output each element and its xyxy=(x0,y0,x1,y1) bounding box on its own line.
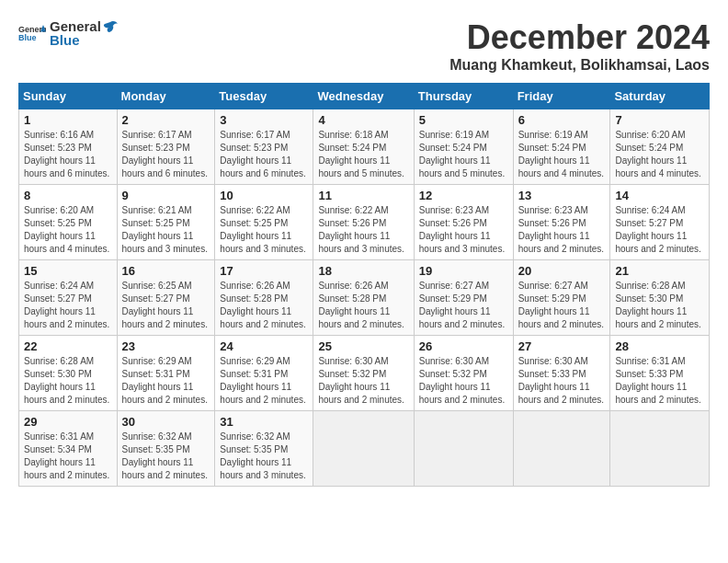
day-number: 24 xyxy=(220,339,308,353)
day-number: 14 xyxy=(615,189,704,202)
day-number: 8 xyxy=(24,189,112,202)
calendar-day-cell: 29 Sunrise: 6:31 AM Sunset: 5:34 PM Dayl… xyxy=(19,411,118,487)
day-info: Sunrise: 6:21 AM Sunset: 5:25 PM Dayligh… xyxy=(122,204,210,256)
day-info: Sunrise: 6:23 AM Sunset: 5:26 PM Dayligh… xyxy=(518,204,606,256)
calendar-day-cell: 3 Sunrise: 6:17 AM Sunset: 5:23 PM Dayli… xyxy=(215,109,313,185)
day-info: Sunrise: 6:18 AM Sunset: 5:24 PM Dayligh… xyxy=(318,129,408,180)
day-info: Sunrise: 6:29 AM Sunset: 5:31 PM Dayligh… xyxy=(220,355,308,407)
day-info: Sunrise: 6:30 AM Sunset: 5:33 PM Dayligh… xyxy=(518,355,606,407)
calendar-day-cell: 5 Sunrise: 6:19 AM Sunset: 5:24 PM Dayli… xyxy=(414,109,513,185)
day-number: 22 xyxy=(24,339,112,353)
day-info: Sunrise: 6:31 AM Sunset: 5:33 PM Dayligh… xyxy=(615,355,704,407)
calendar-day-cell: 22 Sunrise: 6:28 AM Sunset: 5:30 PM Dayl… xyxy=(19,336,118,411)
title-section: December 2024 Muang Khamkeut, Bolikhamsa… xyxy=(449,18,710,74)
calendar-day-cell: 23 Sunrise: 6:29 AM Sunset: 5:31 PM Dayl… xyxy=(117,336,215,411)
calendar-day-cell: 4 Sunrise: 6:18 AM Sunset: 5:24 PM Dayli… xyxy=(313,109,414,185)
day-number: 29 xyxy=(24,415,112,429)
header-monday: Monday xyxy=(117,84,215,109)
calendar-day-cell: 19 Sunrise: 6:27 AM Sunset: 5:29 PM Dayl… xyxy=(414,260,513,336)
calendar-header-row: Sunday Monday Tuesday Wednesday Thursday… xyxy=(19,84,710,109)
calendar-week-row: 22 Sunrise: 6:28 AM Sunset: 5:30 PM Dayl… xyxy=(19,336,710,411)
day-info: Sunrise: 6:23 AM Sunset: 5:26 PM Dayligh… xyxy=(419,204,508,256)
calendar-day-cell: 7 Sunrise: 6:20 AM Sunset: 5:24 PM Dayli… xyxy=(610,109,710,185)
calendar-day-cell: 11 Sunrise: 6:22 AM Sunset: 5:26 PM Dayl… xyxy=(313,185,414,260)
day-info: Sunrise: 6:17 AM Sunset: 5:23 PM Dayligh… xyxy=(220,129,308,180)
day-number: 17 xyxy=(220,264,308,278)
day-info: Sunrise: 6:24 AM Sunset: 5:27 PM Dayligh… xyxy=(24,280,112,331)
day-info: Sunrise: 6:26 AM Sunset: 5:28 PM Dayligh… xyxy=(318,280,408,331)
calendar-day-cell: 27 Sunrise: 6:30 AM Sunset: 5:33 PM Dayl… xyxy=(513,336,610,411)
day-info: Sunrise: 6:27 AM Sunset: 5:29 PM Dayligh… xyxy=(419,280,508,331)
day-info: Sunrise: 6:20 AM Sunset: 5:24 PM Dayligh… xyxy=(615,129,704,180)
calendar-day-cell: 28 Sunrise: 6:31 AM Sunset: 5:33 PM Dayl… xyxy=(610,336,710,411)
day-number: 13 xyxy=(518,189,606,202)
day-info: Sunrise: 6:31 AM Sunset: 5:34 PM Dayligh… xyxy=(24,431,112,482)
calendar-day-cell: 17 Sunrise: 6:26 AM Sunset: 5:28 PM Dayl… xyxy=(215,260,313,336)
calendar-day-cell: 30 Sunrise: 6:32 AM Sunset: 5:35 PM Dayl… xyxy=(117,411,215,487)
day-info: Sunrise: 6:30 AM Sunset: 5:32 PM Dayligh… xyxy=(318,355,408,407)
day-number: 31 xyxy=(220,415,308,429)
calendar-day-cell: 1 Sunrise: 6:16 AM Sunset: 5:23 PM Dayli… xyxy=(19,109,118,185)
calendar-day-cell: 24 Sunrise: 6:29 AM Sunset: 5:31 PM Dayl… xyxy=(215,336,313,411)
calendar-week-row: 8 Sunrise: 6:20 AM Sunset: 5:25 PM Dayli… xyxy=(19,185,710,260)
day-info: Sunrise: 6:24 AM Sunset: 5:27 PM Dayligh… xyxy=(615,204,704,256)
day-number: 11 xyxy=(318,189,408,202)
day-number: 18 xyxy=(318,264,408,278)
day-number: 3 xyxy=(220,113,308,127)
day-info: Sunrise: 6:26 AM Sunset: 5:28 PM Dayligh… xyxy=(220,280,308,331)
header-wednesday: Wednesday xyxy=(313,84,414,109)
calendar-day-cell: 13 Sunrise: 6:23 AM Sunset: 5:26 PM Dayl… xyxy=(513,185,610,260)
day-info: Sunrise: 6:27 AM Sunset: 5:29 PM Dayligh… xyxy=(518,280,606,331)
day-number: 19 xyxy=(419,264,508,278)
day-info: Sunrise: 6:20 AM Sunset: 5:25 PM Dayligh… xyxy=(24,204,112,256)
calendar-day-cell: 9 Sunrise: 6:21 AM Sunset: 5:25 PM Dayli… xyxy=(117,185,215,260)
calendar-day-cell xyxy=(414,411,513,487)
day-number: 16 xyxy=(122,264,210,278)
day-info: Sunrise: 6:32 AM Sunset: 5:35 PM Dayligh… xyxy=(220,431,308,482)
calendar-day-cell xyxy=(610,411,710,487)
day-info: Sunrise: 6:22 AM Sunset: 5:26 PM Dayligh… xyxy=(318,204,408,256)
calendar-day-cell: 16 Sunrise: 6:25 AM Sunset: 5:27 PM Dayl… xyxy=(117,260,215,336)
calendar-day-cell: 15 Sunrise: 6:24 AM Sunset: 5:27 PM Dayl… xyxy=(19,260,118,336)
day-number: 5 xyxy=(419,113,508,127)
day-info: Sunrise: 6:28 AM Sunset: 5:30 PM Dayligh… xyxy=(24,355,112,407)
day-number: 1 xyxy=(24,113,112,127)
calendar-day-cell: 2 Sunrise: 6:17 AM Sunset: 5:23 PM Dayli… xyxy=(117,109,215,185)
calendar-day-cell: 18 Sunrise: 6:26 AM Sunset: 5:28 PM Dayl… xyxy=(313,260,414,336)
day-number: 23 xyxy=(122,339,210,353)
calendar-week-row: 15 Sunrise: 6:24 AM Sunset: 5:27 PM Dayl… xyxy=(19,260,710,336)
header-sunday: Sunday xyxy=(19,84,118,109)
calendar-day-cell: 10 Sunrise: 6:22 AM Sunset: 5:25 PM Dayl… xyxy=(215,185,313,260)
day-info: Sunrise: 6:16 AM Sunset: 5:23 PM Dayligh… xyxy=(24,129,112,180)
day-number: 25 xyxy=(318,339,408,353)
logo: General Blue General Blue xyxy=(18,18,119,48)
month-title: December 2024 xyxy=(449,18,710,57)
day-number: 2 xyxy=(122,113,210,127)
logo-blue: Blue xyxy=(50,32,119,48)
header-thursday: Thursday xyxy=(414,84,513,109)
day-number: 12 xyxy=(419,189,508,202)
calendar-day-cell xyxy=(313,411,414,487)
day-number: 15 xyxy=(24,264,112,278)
location-title: Muang Khamkeut, Bolikhamsai, Laos xyxy=(449,57,710,74)
page-header: General Blue General Blue December 2024 … xyxy=(18,18,710,74)
calendar-day-cell: 14 Sunrise: 6:24 AM Sunset: 5:27 PM Dayl… xyxy=(610,185,710,260)
day-info: Sunrise: 6:28 AM Sunset: 5:30 PM Dayligh… xyxy=(615,280,704,331)
calendar-day-cell: 8 Sunrise: 6:20 AM Sunset: 5:25 PM Dayli… xyxy=(19,185,118,260)
calendar-day-cell: 31 Sunrise: 6:32 AM Sunset: 5:35 PM Dayl… xyxy=(215,411,313,487)
calendar-day-cell: 21 Sunrise: 6:28 AM Sunset: 5:30 PM Dayl… xyxy=(610,260,710,336)
day-number: 21 xyxy=(615,264,704,278)
calendar-table: Sunday Monday Tuesday Wednesday Thursday… xyxy=(18,83,710,487)
calendar-week-row: 29 Sunrise: 6:31 AM Sunset: 5:34 PM Dayl… xyxy=(19,411,710,487)
day-number: 28 xyxy=(615,339,704,353)
day-number: 7 xyxy=(615,113,704,127)
day-info: Sunrise: 6:19 AM Sunset: 5:24 PM Dayligh… xyxy=(518,129,606,180)
day-info: Sunrise: 6:30 AM Sunset: 5:32 PM Dayligh… xyxy=(419,355,508,407)
day-number: 27 xyxy=(518,339,606,353)
day-number: 26 xyxy=(419,339,508,353)
day-number: 30 xyxy=(122,415,210,429)
day-number: 6 xyxy=(518,113,606,127)
day-number: 10 xyxy=(220,189,308,202)
calendar-week-row: 1 Sunrise: 6:16 AM Sunset: 5:23 PM Dayli… xyxy=(19,109,710,185)
day-info: Sunrise: 6:17 AM Sunset: 5:23 PM Dayligh… xyxy=(122,129,210,180)
